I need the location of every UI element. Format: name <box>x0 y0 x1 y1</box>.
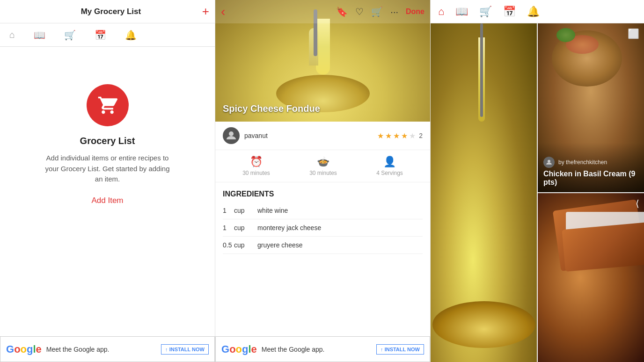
right-cart-icon[interactable]: 🛒 <box>479 6 492 18</box>
author-avatar <box>223 127 240 144</box>
svg-point-0 <box>229 131 234 136</box>
back-button[interactable]: ‹ <box>221 4 225 19</box>
star-5: ★ <box>409 131 416 140</box>
unit-2: cup <box>234 224 257 232</box>
prep-time-label: 30 minutes <box>242 170 270 176</box>
heart-icon[interactable]: ♡ <box>355 6 364 17</box>
done-button[interactable]: Done <box>406 7 424 16</box>
right-recipe-column: ⬜ by thefrenchkitchen Chicken in Basil C… <box>538 23 644 362</box>
timing-row: ⏰ 30 minutes 🍲 30 minutes 👤 4 Servings <box>215 150 430 182</box>
right-panel: ⌂ 📖 🛒 📅 🔔 <box>431 0 644 362</box>
ingredient-row-2: 1 cup monterey jack cheese <box>223 219 423 237</box>
qty-3: 0.5 <box>223 241 234 249</box>
clock-icon: ⏰ <box>250 156 263 168</box>
person-icon: 👤 <box>383 156 396 168</box>
star-4: ★ <box>401 131 408 140</box>
servings-label: 4 Servings <box>376 170 403 176</box>
nav-home-icon[interactable]: ⌂ <box>9 29 15 40</box>
app-title: My Grocery List <box>20 7 202 16</box>
pot-icon: 🍲 <box>317 156 329 168</box>
recipe-nav-overlay: ‹ 🔖 ♡ 🛒 ··· Done <box>215 0 430 23</box>
chicken-card[interactable]: ⬜ by thefrenchkitchen Chicken in Basil C… <box>538 23 644 192</box>
right-calendar-icon[interactable]: 📅 <box>503 6 516 18</box>
google-banner-left: Google Meet the Google app. ↑ INSTALL NO… <box>0 336 215 362</box>
smores-share-icon[interactable]: ⟨ <box>636 198 639 209</box>
prep-time: ⏰ 30 minutes <box>242 156 270 176</box>
qty-2: 1 <box>223 224 234 232</box>
chicken-author-avatar <box>543 157 555 168</box>
recipe-grid: ⬜ by thefrenchkitchen Chicken in Basil C… <box>431 23 644 362</box>
right-bell-icon[interactable]: 🔔 <box>527 6 540 18</box>
right-home-icon[interactable]: ⌂ <box>438 6 444 18</box>
name-2: monterey jack cheese <box>257 224 423 232</box>
grocery-cart-circle <box>87 84 129 126</box>
google-logo: Google <box>6 343 42 355</box>
author-name: pavanut <box>244 132 377 139</box>
ingredient-row-1: 1 cup white wine <box>223 202 423 219</box>
unit-3: cup <box>234 241 257 249</box>
chicken-author-name: by thefrenchkitchen <box>558 159 607 166</box>
cook-time: 🍲 30 minutes <box>309 156 337 176</box>
icon-nav-bar: ⌂ 📖 🛒 📅 🔔 <box>0 23 215 47</box>
google-logo-middle: Google <box>221 343 257 355</box>
author-row: pavanut ★ ★ ★ ★ ★ 2 <box>215 122 430 150</box>
recipe-hero-image: Spicy Cheese Fondue ‹ 🔖 ♡ 🛒 ··· Done <box>215 0 430 122</box>
google-banner-text: Meet the Google app. <box>46 346 156 353</box>
recipe-detail-panel: Spicy Cheese Fondue ‹ 🔖 ♡ 🛒 ··· Done pav… <box>215 0 431 362</box>
google-banner-text-middle: Meet the Google app. <box>262 346 372 353</box>
cart-icon <box>97 95 118 116</box>
smores-card[interactable]: ⟨ <box>538 193 644 362</box>
right-top-nav: ⌂ 📖 🛒 📅 🔔 <box>431 0 644 23</box>
add-button[interactable]: + <box>202 4 209 19</box>
rating-stars: ★ ★ ★ ★ ★ 2 <box>377 131 423 140</box>
name-3: gruyere cheese <box>257 241 423 249</box>
nav-bell-icon[interactable]: 🔔 <box>125 29 137 41</box>
ingredients-section: INGREDIENTS 1 cup white wine 1 cup monte… <box>215 182 430 362</box>
large-recipe-card[interactable] <box>431 23 537 362</box>
install-button[interactable]: ↑ INSTALL NOW <box>161 344 209 355</box>
qty-1: 1 <box>223 207 234 214</box>
chicken-bookmark-icon[interactable]: ⬜ <box>628 28 639 39</box>
cart-add-icon[interactable]: 🛒 <box>371 6 383 17</box>
add-item-button[interactable]: Add Item <box>91 196 123 205</box>
star-2: ★ <box>385 131 392 140</box>
grocery-list-title: Grocery List <box>80 136 135 146</box>
star-3: ★ <box>393 131 400 140</box>
nav-calendar-icon[interactable]: 📅 <box>95 29 106 41</box>
unit-1: cup <box>234 207 257 214</box>
cook-time-label: 30 minutes <box>309 170 337 176</box>
recipe-hero-title: Spicy Cheese Fondue <box>223 103 320 114</box>
name-1: white wine <box>257 207 423 214</box>
star-1: ★ <box>377 131 384 140</box>
chicken-card-overlay: by thefrenchkitchen Chicken in Basil Cre… <box>538 143 644 192</box>
nav-cart-icon[interactable]: 🛒 <box>64 29 76 41</box>
svg-point-1 <box>548 160 550 163</box>
install-button-middle[interactable]: ↑ INSTALL NOW <box>376 344 424 355</box>
bookmark-icon[interactable]: 🔖 <box>336 6 348 17</box>
ingredient-row-3: 0.5 cup gruyere cheese <box>223 237 423 254</box>
fondue-card[interactable] <box>431 23 537 362</box>
top-nav-bar: My Grocery List + <box>0 0 215 23</box>
servings: 👤 4 Servings <box>376 156 403 176</box>
chicken-author-row: by thefrenchkitchen <box>543 157 638 168</box>
review-count: 2 <box>419 132 423 139</box>
grocery-desc-text: Add individual items or entire recipes t… <box>42 153 173 185</box>
chicken-recipe-title: Chicken in Basil Cream (9 pts) <box>543 170 638 187</box>
right-book-icon[interactable]: 📖 <box>455 6 468 18</box>
grocery-empty-state: Grocery List Add individual items or ent… <box>0 47 215 362</box>
more-icon[interactable]: ··· <box>390 7 398 17</box>
google-banner-middle: Google Meet the Google app. ↑ INSTALL NO… <box>215 336 430 362</box>
nav-book-icon[interactable]: 📖 <box>34 29 45 41</box>
ingredients-heading: INGREDIENTS <box>223 190 423 198</box>
